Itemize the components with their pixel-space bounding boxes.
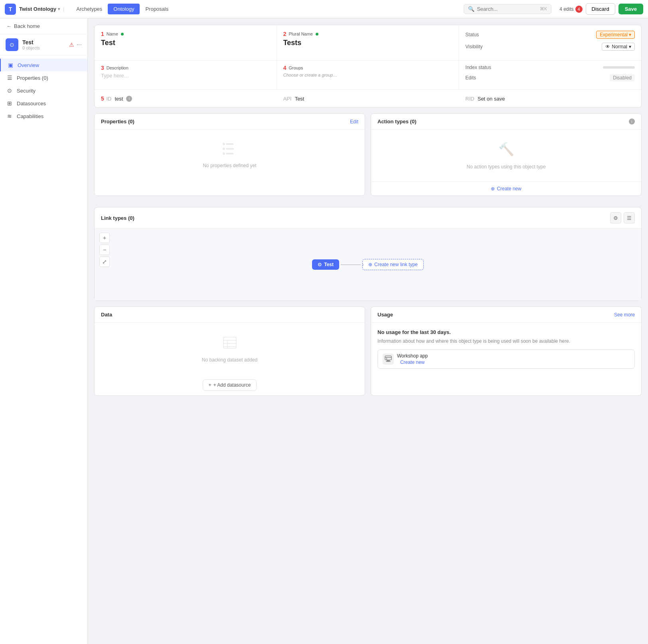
diagram-connector: › xyxy=(341,265,361,265)
sidebar-item-datasources[interactable]: ⊞ Datasources xyxy=(0,97,87,110)
tab-ontology[interactable]: Ontology xyxy=(108,4,140,14)
sidebar-entity: ⊙ Test 0 objects ⚠ ··· xyxy=(0,34,87,55)
top-nav: T Twist Ontology ▾ | Archetypes Ontology… xyxy=(0,0,648,18)
id-value: test xyxy=(115,96,123,102)
name-value[interactable]: Test xyxy=(101,39,270,47)
search-shortcut: ⌘K xyxy=(540,6,547,12)
svg-point-5 xyxy=(223,152,225,155)
see-more-button[interactable]: See more xyxy=(614,312,635,318)
sidebar-item-properties[interactable]: ☰ Properties (0) xyxy=(0,71,87,84)
link-types-card: Link types (0) ⚙ ☰ + − ⤢ ⊙ Test xyxy=(94,207,642,301)
app-logo: T xyxy=(5,4,16,15)
status-label: Status xyxy=(465,32,479,38)
plural-section: 2 Plural Name Tests xyxy=(277,25,459,60)
create-link-type-button[interactable]: ⊕ Create new link type xyxy=(362,259,424,270)
action-types-create-button[interactable]: ⊕ Create new xyxy=(371,182,641,196)
usage-app: Workshop app Create new xyxy=(377,350,635,369)
save-button[interactable]: Save xyxy=(618,4,643,14)
groups-section: 4 Groups Choose or create a group… xyxy=(277,61,459,89)
data-title: Data xyxy=(101,312,112,318)
tab-archetypes[interactable]: Archetypes xyxy=(71,4,108,14)
id-info-icon[interactable]: i xyxy=(126,96,132,102)
plural-dot xyxy=(316,33,318,36)
entity-subtitle: 0 objects xyxy=(22,45,65,50)
link-diagram: + − ⤢ ⊙ Test › ⊕ Create new link type xyxy=(95,229,641,300)
status-badge[interactable]: Experimental ▾ xyxy=(596,31,635,39)
rid-section: RID Set on save xyxy=(459,94,641,103)
description-placeholder[interactable]: Type here… xyxy=(101,73,270,79)
nav-actions: 4 edits 4 Discard Save xyxy=(559,3,643,15)
back-arrow-icon: ← xyxy=(6,23,12,29)
brand-chevron-icon: ▾ xyxy=(58,7,60,11)
visibility-badge[interactable]: 👁 Normal ▾ xyxy=(602,43,635,51)
nav-brand[interactable]: Twist Ontology ▾ xyxy=(19,6,60,12)
add-datasource-button[interactable]: + + Add datasource xyxy=(203,379,257,391)
action-types-empty-state: 🔨 No action types using this object type xyxy=(371,130,641,182)
status-section: Status Experimental ▾ Visibility 👁 Norma… xyxy=(459,25,641,60)
properties-card: Properties (0) Edit No p xyxy=(94,113,365,196)
usage-empty-title: No usage for the last 30 days. xyxy=(377,329,635,335)
zoom-in-button[interactable]: + xyxy=(99,233,110,243)
tab-proposals[interactable]: Proposals xyxy=(140,4,174,14)
add-icon: + xyxy=(209,382,211,388)
name-section: 1 Name Test xyxy=(95,25,277,60)
properties-icon: ☰ xyxy=(6,75,13,81)
svg-point-4 xyxy=(223,148,225,150)
action-types-info-icon[interactable]: i xyxy=(629,119,635,124)
svg-rect-2 xyxy=(226,153,234,154)
index-bar xyxy=(603,66,635,69)
svg-point-3 xyxy=(223,143,225,145)
search-input[interactable] xyxy=(477,6,537,12)
data-empty-icon xyxy=(222,335,238,353)
sidebar-item-security[interactable]: ⊙ Security xyxy=(0,84,87,97)
edits-badge: 4 xyxy=(575,6,583,13)
svg-rect-0 xyxy=(226,143,234,145)
rid-value: Set on save xyxy=(478,96,505,102)
node-icon: ⊙ xyxy=(318,262,322,267)
search-bar[interactable]: 🔍 ⌘K xyxy=(464,4,551,14)
workshop-app-icon xyxy=(383,354,394,365)
link-types-title: Link types (0) xyxy=(101,215,134,221)
entity-name: Test xyxy=(22,39,65,45)
link-types-filter-icon[interactable]: ⚙ xyxy=(610,212,621,223)
data-usage-row: Data No backing dataset added xyxy=(94,306,642,401)
warning-icon: ⚠ xyxy=(69,41,74,48)
svg-rect-11 xyxy=(385,356,391,360)
visibility-label: Visibility xyxy=(465,44,482,49)
security-icon: ⊙ xyxy=(6,87,13,94)
datasources-icon: ⊞ xyxy=(6,100,13,107)
data-card: Data No backing dataset added xyxy=(94,306,365,396)
usage-title: Usage xyxy=(377,312,393,318)
properties-empty-icon xyxy=(220,142,239,159)
edits-count: 4 edits 4 xyxy=(559,6,582,13)
api-section: API Test xyxy=(277,94,459,103)
properties-edit-button[interactable]: Edit xyxy=(350,119,358,124)
discard-button[interactable]: Discard xyxy=(586,3,615,15)
more-options-icon[interactable]: ··· xyxy=(77,41,82,48)
main-content: 1 Name Test 2 Plural Name Tests xyxy=(88,18,648,644)
top-row: 1 Name Test 2 Plural Name Tests xyxy=(95,25,641,61)
plural-label: 2 Plural Name xyxy=(283,31,452,37)
capabilities-icon: ≋ xyxy=(6,113,13,119)
back-home-button[interactable]: ← Back home xyxy=(0,18,87,34)
usage-empty-desc: Information about how and where this obj… xyxy=(377,338,635,345)
overview-card: 1 Name Test 2 Plural Name Tests xyxy=(94,25,642,108)
zoom-out-button[interactable]: − xyxy=(99,245,110,255)
zoom-fit-button[interactable]: ⤢ xyxy=(99,257,110,267)
data-empty-state: No backing dataset added xyxy=(95,323,365,375)
properties-empty-state: No properties defined yet xyxy=(95,130,365,180)
plural-value[interactable]: Tests xyxy=(283,39,452,47)
properties-empty-text: No properties defined yet xyxy=(203,163,256,168)
usage-content: No usage for the last 30 days. Informati… xyxy=(371,323,641,375)
action-types-title: Action types (0) xyxy=(377,119,417,124)
sidebar-item-capabilities[interactable]: ≋ Capabilities xyxy=(0,110,87,122)
zoom-controls: + − ⤢ xyxy=(99,233,110,267)
id-section: 5 ID test i xyxy=(95,94,277,103)
link-types-list-icon[interactable]: ☰ xyxy=(624,212,635,223)
groups-placeholder[interactable]: Choose or create a group… xyxy=(283,73,452,77)
meta-row: 5 ID test i API Test RID Set on save xyxy=(95,90,641,107)
status-chevron-icon: ▾ xyxy=(629,32,631,38)
sidebar-item-overview[interactable]: ▣ Overview xyxy=(0,59,87,71)
workshop-app-name: Workshop app xyxy=(397,353,428,359)
workshop-create-link[interactable]: Create new xyxy=(400,360,425,365)
